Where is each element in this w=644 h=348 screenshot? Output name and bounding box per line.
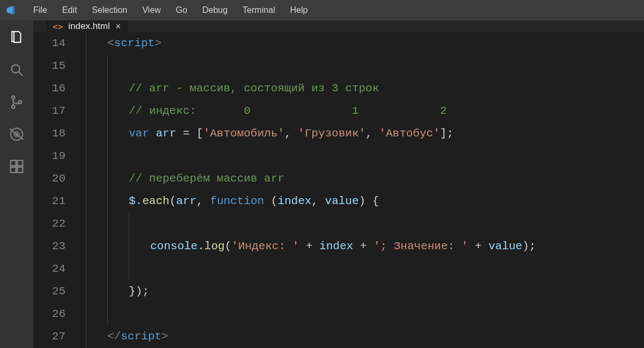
menu-help[interactable]: Help xyxy=(283,5,316,15)
svg-point-3 xyxy=(12,105,15,108)
svg-rect-11 xyxy=(17,167,23,172)
tab-filename: index.html xyxy=(68,21,109,32)
line-number: 14 xyxy=(33,32,65,55)
code-line: $.each(arr, function (index, value) { xyxy=(86,190,644,213)
extensions-icon[interactable] xyxy=(8,158,25,175)
close-icon[interactable]: × xyxy=(115,21,121,31)
menu-terminal[interactable]: Terminal xyxy=(235,5,282,15)
svg-point-4 xyxy=(19,100,22,104)
code-line: var arr = ['Автомобиль', 'Грузовик', 'Ав… xyxy=(86,122,644,145)
code-line xyxy=(86,213,644,235)
menu-selection[interactable]: Selection xyxy=(84,5,135,15)
svg-rect-10 xyxy=(11,167,16,172)
line-number: 18 xyxy=(33,122,65,145)
svg-rect-8 xyxy=(11,161,16,166)
menu-debug[interactable]: Debug xyxy=(195,5,235,15)
line-number: 25 xyxy=(33,280,65,303)
html-file-icon: <> xyxy=(53,21,63,32)
activity-bar xyxy=(0,20,33,348)
vscode-logo-icon xyxy=(4,4,16,16)
menu-view[interactable]: View xyxy=(135,5,168,15)
code-line xyxy=(86,145,644,168)
code-line xyxy=(86,303,644,325)
source-control-icon[interactable] xyxy=(8,93,25,111)
menu-edit[interactable]: Edit xyxy=(55,5,85,15)
debug-icon[interactable] xyxy=(8,126,25,143)
line-number: 21 xyxy=(33,190,65,213)
code-line: // индекс: 0 1 2 xyxy=(86,100,644,122)
tab-index-html[interactable]: <> index.html × xyxy=(46,20,129,32)
code-line xyxy=(86,55,644,77)
svg-line-1 xyxy=(19,72,23,76)
code-line: // переберём массив arr xyxy=(86,168,644,190)
svg-point-2 xyxy=(12,96,15,99)
code-line: <script> xyxy=(86,32,644,55)
code-editor[interactable]: 1415161718192021222324252627 <script> //… xyxy=(33,32,644,348)
code-line xyxy=(86,258,644,280)
svg-rect-9 xyxy=(17,161,23,166)
code-line: // arr - массив, состоящий из 3 строк xyxy=(86,77,644,100)
menu-file[interactable]: File xyxy=(26,5,55,15)
code-line: }); xyxy=(86,280,644,303)
editor-area: <> index.html × 141516171819202122232425… xyxy=(33,20,644,348)
line-number: 19 xyxy=(33,145,65,168)
line-number: 15 xyxy=(33,55,65,77)
line-number: 26 xyxy=(33,303,65,325)
line-number: 22 xyxy=(33,213,65,235)
svg-point-0 xyxy=(12,65,20,73)
line-number: 27 xyxy=(33,325,65,348)
tab-bar: <> index.html × xyxy=(33,20,644,32)
line-number: 17 xyxy=(33,100,65,122)
code-line: console.log('Индекс: ' + index + '; Знач… xyxy=(86,235,644,258)
code-line: </script> xyxy=(86,325,644,348)
files-icon[interactable] xyxy=(8,29,25,46)
menu-go[interactable]: Go xyxy=(169,5,195,15)
code-content[interactable]: <script> // arr - массив, состоящий из 3… xyxy=(80,32,644,348)
line-number: 16 xyxy=(33,77,65,100)
line-number-gutter: 1415161718192021222324252627 xyxy=(33,32,80,348)
line-number: 20 xyxy=(33,168,65,190)
search-icon[interactable] xyxy=(8,61,25,78)
menu-bar: File Edit Selection View Go Debug Termin… xyxy=(0,0,644,20)
line-number: 24 xyxy=(33,258,65,280)
line-number: 23 xyxy=(33,235,65,258)
